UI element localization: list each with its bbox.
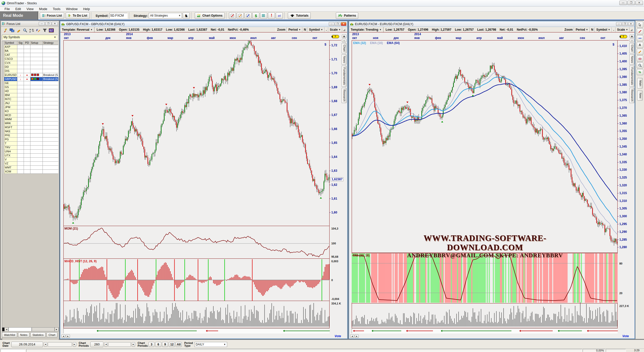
- symbol-cell[interactable]: UTX: [4, 154, 17, 158]
- symbol-cell[interactable]: DD: [4, 65, 17, 69]
- time-tag[interactable]: T: [620, 35, 627, 38]
- close-button[interactable]: ✕: [341, 22, 346, 26]
- symbol-cell[interactable]: PFE: [4, 134, 17, 138]
- minimize-button[interactable]: —: [39, 22, 45, 26]
- close-button[interactable]: ✕: [635, 1, 643, 5]
- tab-main[interactable]: Main: [637, 78, 643, 89]
- side-tab-news[interactable]: News: [342, 54, 347, 65]
- todo-list-button[interactable]: To Do List: [66, 12, 90, 19]
- table-row[interactable]: VZ: [2, 162, 58, 166]
- side-tab-fundamentals[interactable]: Fundamentals: [629, 66, 634, 87]
- note-orange-button[interactable]: [237, 12, 244, 19]
- tab-notes[interactable]: Notes: [18, 332, 29, 337]
- symbol-cell[interactable]: MMM: [4, 117, 17, 121]
- signal-flag-icon[interactable]: [3, 28, 8, 33]
- table-row[interactable]: CVX: [2, 61, 58, 65]
- filter-icon[interactable]: [42, 28, 47, 33]
- table-row[interactable]: KO: [2, 109, 58, 113]
- symbol-cell[interactable]: GE: [4, 81, 17, 85]
- table-row[interactable]: INTC: [2, 97, 58, 101]
- control-period[interactable]: Period▼: [574, 27, 589, 32]
- symbol-cell[interactable]: TRV: [4, 146, 17, 150]
- side-tab-news[interactable]: News: [629, 54, 634, 65]
- control-n[interactable]: N: [302, 27, 308, 32]
- pencil-icon[interactable]: [16, 28, 21, 33]
- table-row[interactable]: UTX: [2, 154, 58, 158]
- period-button-6[interactable]: 6: [155, 342, 161, 347]
- symbol-cell[interactable]: MCD: [4, 113, 17, 117]
- symbol-cell[interactable]: IBM: [4, 93, 17, 97]
- control-zoom[interactable]: Zoom: [276, 27, 287, 32]
- side-tab-fundamentals[interactable]: Fundamentals: [342, 66, 347, 87]
- table-row[interactable]: BA: [2, 49, 58, 53]
- column-header-setup[interactable]: Setup: [30, 41, 43, 45]
- price-chart-canvas[interactable]: [352, 40, 618, 328]
- scroll-right-button[interactable]: ►: [355, 334, 359, 338]
- scroll-right-button[interactable]: ►: [55, 327, 59, 331]
- periods-slider[interactable]: [108, 342, 131, 347]
- symbol-cell[interactable]: INTC: [4, 97, 17, 101]
- date-forward-button[interactable]: ►: [73, 342, 76, 347]
- minimize-button[interactable]: —: [616, 22, 622, 26]
- column-header-symbol[interactable]: Symbol: [4, 41, 17, 45]
- table-row[interactable]: GBPUSD↓●Breakout (S: [2, 77, 58, 81]
- focus-list-button[interactable]: Focus List: [40, 12, 64, 19]
- patterns-button[interactable]: Patterns: [336, 12, 358, 19]
- column-header-sig[interactable]: Sig: [17, 41, 24, 45]
- symbol-cell[interactable]: CVX: [4, 61, 17, 65]
- control-scale[interactable]: Scale▼: [328, 27, 342, 32]
- symbol-cell[interactable]: DIS: [4, 69, 17, 73]
- symbol-cell[interactable]: MRK: [4, 121, 17, 125]
- column-header-pd[interactable]: PD: [24, 41, 30, 45]
- zoom-tool-button[interactable]: [637, 62, 643, 68]
- time-tag[interactable]: T: [332, 35, 339, 38]
- template-select[interactable]: Template: Reversal▼: [60, 27, 95, 32]
- period-button-9[interactable]: 9: [162, 342, 168, 347]
- scroll-thumb[interactable]: [9, 327, 32, 331]
- hline-tool-button[interactable]: [637, 35, 643, 41]
- table-row[interactable]: IBM: [2, 93, 58, 97]
- symbol-cell[interactable]: KO: [4, 109, 17, 113]
- table-row[interactable]: CAT: [2, 53, 58, 57]
- table-row[interactable]: MMM: [2, 117, 58, 121]
- menu-mode[interactable]: Mode: [36, 7, 50, 11]
- period-type-select[interactable]: DAILY▼: [194, 342, 227, 347]
- strategy-select[interactable]: All Strategies▼: [149, 13, 182, 18]
- note-blue-button[interactable]: [245, 12, 252, 19]
- chart-dropdown-button[interactable]: ▽: [342, 39, 346, 42]
- symbol-cell[interactable]: WMT: [4, 166, 17, 170]
- ez-icon[interactable]: EZ: [49, 28, 54, 33]
- side-tab-research[interactable]: Research: [342, 88, 347, 103]
- tab-new[interactable]: New: [637, 91, 643, 101]
- table-row[interactable]: NKE: [2, 129, 58, 134]
- symbol-cell[interactable]: UNH: [4, 150, 17, 154]
- maximize-button[interactable]: ❐: [45, 22, 51, 26]
- chart-periods-value[interactable]: 260: [90, 342, 103, 347]
- table-row[interactable]: MCD: [2, 113, 58, 117]
- control-symbol[interactable]: Symbol▼: [307, 27, 324, 32]
- close-button[interactable]: ✕: [628, 22, 634, 26]
- symbol-cell[interactable]: CAT: [4, 53, 17, 57]
- control-n[interactable]: N: [590, 27, 595, 32]
- tab-statistics[interactable]: Statistics: [30, 332, 46, 337]
- tab-watchlist[interactable]: Watchlist: [2, 332, 17, 337]
- periods-back-button[interactable]: ◄: [104, 342, 108, 347]
- chart-options-button[interactable]: Chart Options: [195, 12, 225, 19]
- table-row[interactable]: EURUSD↓●Breakout (S: [2, 73, 58, 77]
- symbol-cell[interactable]: T: [4, 142, 17, 146]
- maximize-button[interactable]: ❐: [622, 22, 628, 26]
- symbol-cell[interactable]: V: [4, 158, 17, 162]
- alert-button[interactable]: !: [268, 12, 275, 19]
- table-row[interactable]: PFE: [2, 134, 58, 138]
- control-zoom[interactable]: Zoom: [563, 27, 574, 32]
- chart-window-titlebar[interactable]: EURUSD.FXCM - EURUSD.FXCM (DAILY)—❐✕: [349, 21, 634, 27]
- symbol-cell[interactable]: JNJ: [4, 101, 17, 105]
- dollar-button[interactable]: $: [252, 12, 259, 19]
- control-period[interactable]: Period▼: [287, 27, 302, 32]
- trendline-tool-button[interactable]: [637, 28, 643, 34]
- menu-view[interactable]: View: [24, 7, 36, 11]
- side-tab-chart[interactable]: Chart: [629, 43, 634, 53]
- table-row[interactable]: JPM: [2, 105, 58, 109]
- table-row[interactable]: V: [2, 158, 58, 162]
- table-row[interactable]: CSCO: [2, 57, 58, 61]
